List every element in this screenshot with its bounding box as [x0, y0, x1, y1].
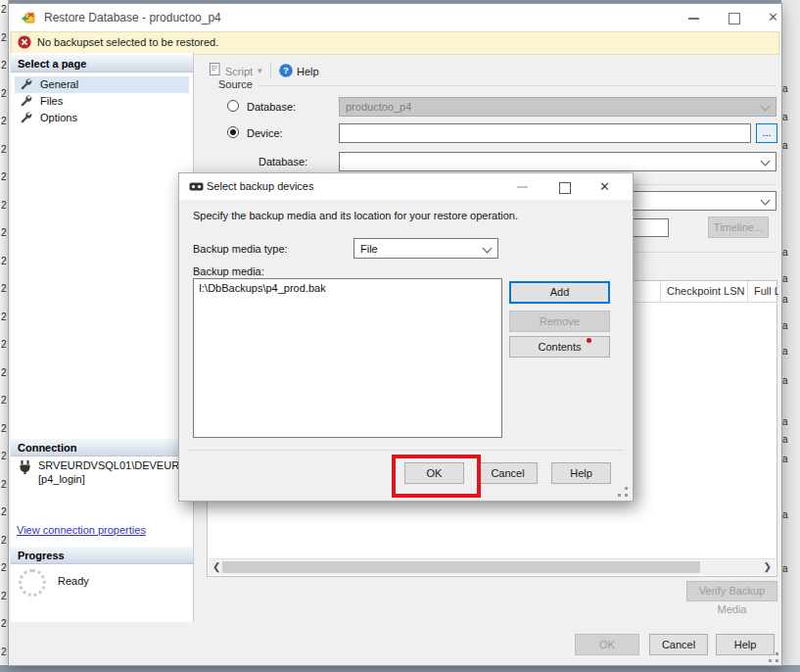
script-icon — [210, 63, 220, 77]
chevron-down-icon — [761, 157, 771, 167]
progress-spinner-icon — [19, 569, 46, 597]
backup-media-list[interactable]: I:\DbBackups\p4_prod.bak — [193, 278, 502, 438]
warning-text: No backupset selected to be restored. — [37, 32, 218, 52]
chevron-down-icon — [483, 244, 493, 254]
view-connection-properties-link[interactable]: View connection properties — [17, 524, 146, 536]
sidebar-item-files[interactable]: Files — [15, 93, 189, 110]
dialog-resize-grip[interactable] — [618, 487, 628, 497]
source-group-label: Source — [218, 78, 253, 90]
bg-glyph: 2 — [1, 451, 7, 461]
error-icon — [18, 35, 31, 51]
minimize-icon[interactable] — [688, 18, 699, 20]
bg-glyph: a — [782, 509, 788, 520]
chevron-down-icon — [761, 102, 771, 112]
bg-glyph: a — [782, 273, 788, 284]
backup-media-type-label: Backup media type: — [193, 243, 288, 255]
window-title: Restore Database - productoo_p4 — [44, 4, 221, 31]
cancel-button[interactable]: Cancel — [649, 634, 708, 655]
add-button[interactable]: Add — [509, 281, 610, 304]
device-radio-label: Device: — [247, 127, 283, 139]
bg-glyph: 2 — [1, 339, 7, 350]
bg-glyph: 2 — [1, 144, 7, 155]
help-button[interactable]: Help — [716, 634, 775, 655]
bg-glyph: a — [782, 112, 788, 122]
bg-glyph: a — [782, 247, 788, 258]
bg-glyph: a — [782, 320, 788, 331]
maximize-icon[interactable] — [729, 13, 740, 24]
window-resize-grip[interactable] — [769, 652, 778, 662]
backup-media-label: Backup media: — [193, 265, 264, 277]
bg-glyph: 2 — [1, 423, 7, 434]
dialog-maximize-icon[interactable] — [559, 182, 571, 194]
database-radio[interactable] — [227, 100, 239, 112]
sidebar-item-label: Options — [40, 110, 77, 126]
bg-glyph: a — [782, 434, 788, 445]
sidebar-item-label: General — [40, 76, 78, 93]
dialog-cancel-button[interactable]: Cancel — [478, 462, 538, 484]
dialog-titlebar: Select backup devices ✕ — [179, 173, 633, 200]
dialog-description: Specify the backup media and its locatio… — [193, 210, 518, 221]
source-database-value: productoo_p4 — [346, 98, 411, 117]
bg-glyph: a — [782, 563, 788, 574]
bg-glyph: 2 — [1, 32, 7, 43]
progress-status: Ready — [58, 575, 89, 587]
close-icon[interactable]: ✕ — [768, 10, 778, 25]
device-browse-button[interactable]: ... — [756, 123, 777, 143]
device-radio[interactable] — [227, 126, 239, 138]
bg-glyph: a — [782, 83, 788, 94]
scrollbar-thumb[interactable] — [222, 561, 700, 573]
script-dropdown-caret-icon[interactable]: ▾ — [258, 66, 262, 75]
bg-glyph: 2 — [1, 116, 7, 126]
scroll-left-icon[interactable]: ❮ — [212, 559, 220, 574]
sidebar-item-general[interactable]: General — [15, 76, 189, 93]
bg-glyph: 2 — [1, 171, 7, 182]
help-button[interactable]: Help — [297, 66, 319, 77]
annotation-rectangle-ok — [392, 455, 481, 498]
grid-horizontal-scrollbar[interactable]: ❮ ❯ — [209, 558, 776, 575]
bg-glyph: a — [782, 140, 788, 151]
bg-glyph: 2 — [1, 535, 7, 546]
restore-database-select[interactable] — [339, 152, 776, 171]
backup-media-type-select[interactable]: File — [353, 238, 498, 259]
connection-login: [p4_login] — [38, 472, 185, 486]
window-titlebar: Restore Database - productoo_p4 ✕ — [9, 4, 781, 31]
bg-glyph: 2 — [1, 591, 7, 601]
wrench-icon — [21, 112, 32, 128]
ok-button[interactable]: OK — [575, 634, 639, 655]
dialog-help-button[interactable]: Help — [551, 462, 611, 484]
grid-column-full-lsn[interactable]: Full LS — [748, 281, 778, 302]
bg-glyph: 2 — [1, 395, 7, 406]
bg-glyph: 2 — [1, 367, 7, 378]
database-radio-label: Database: — [247, 101, 296, 113]
bg-glyph: a — [782, 294, 788, 305]
timeline-button[interactable]: Timeline... — [708, 216, 769, 238]
remove-button[interactable]: Remove — [509, 311, 610, 332]
connection-icon — [19, 460, 31, 476]
bg-glyph: 2 — [1, 60, 7, 71]
connection-header: Connection — [11, 439, 193, 456]
sidebar-item-options[interactable]: Options — [15, 110, 189, 126]
backup-media-item[interactable]: I:\DbBackups\p4_prod.bak — [194, 279, 501, 294]
grid-column-checkpoint-lsn[interactable]: Checkpoint LSN — [661, 281, 748, 302]
device-input[interactable] — [339, 123, 751, 143]
sidebar: Select a page General Files Options Conn… — [11, 53, 194, 622]
bg-glyph: a — [782, 454, 788, 464]
bg-glyph: 2 — [1, 4, 7, 15]
scroll-right-icon[interactable]: ❯ — [764, 559, 772, 574]
bg-glyph: a — [782, 416, 788, 427]
toolbar-separator — [270, 63, 271, 78]
dialog-minimize-icon — [517, 186, 528, 188]
bg-glyph: 2 — [1, 283, 7, 294]
bg-glyph: 2 — [1, 88, 7, 99]
dialog-close-icon[interactable]: ✕ — [599, 179, 610, 195]
connection-server: SRVEURDVSQL01\DEVEUR — [38, 458, 185, 472]
restore-database-label: Database: — [259, 156, 307, 168]
script-button[interactable]: Script — [225, 66, 253, 77]
verify-backup-media-button[interactable]: Verify Backup Media — [686, 581, 777, 601]
background-bottom-strip — [0, 665, 800, 672]
help-icon: ? — [279, 64, 293, 79]
bg-glyph: a — [782, 375, 788, 386]
contents-button[interactable]: Contents — [509, 336, 610, 358]
restore-database-icon — [21, 10, 36, 27]
sidebar-item-label: Files — [40, 93, 63, 110]
